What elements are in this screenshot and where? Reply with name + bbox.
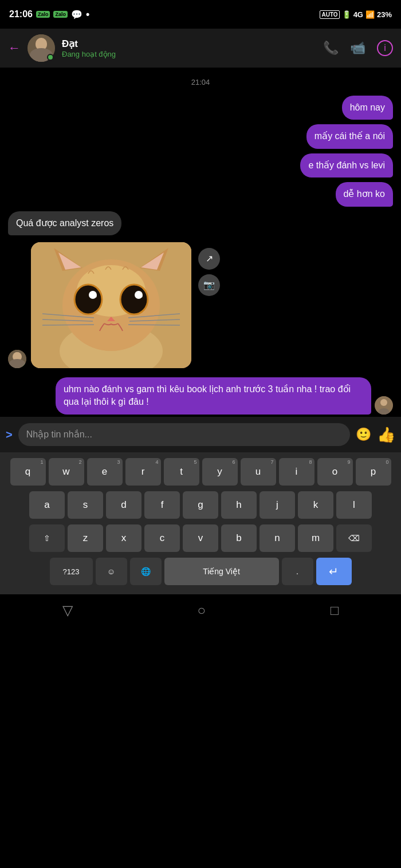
key-n[interactable]: n: [260, 524, 295, 552]
key-y[interactable]: 6y: [202, 458, 238, 486]
contact-avatar: [27, 34, 55, 62]
zalo-icon-2: Zalo: [53, 11, 68, 18]
keyboard-row-3: ⇧ z x c v b n m ⌫: [3, 524, 398, 552]
contact-info: Đạt Đang hoạt động: [62, 38, 316, 58]
key-c[interactable]: c: [144, 524, 180, 552]
status-time: 21:06: [9, 9, 33, 19]
keyboard: 1q 2w 3e 4r 5t 6y 7u 8i 9o 0p a s d f g …: [0, 452, 401, 594]
svg-point-4: [42, 41, 45, 44]
key-l[interactable]: l: [336, 491, 372, 519]
key-a[interactable]: a: [29, 491, 65, 519]
navigation-bar: ▽ ○ □: [0, 594, 401, 626]
small-online-dot: [21, 363, 26, 368]
key-h[interactable]: h: [221, 491, 257, 519]
key-hint: 2: [78, 459, 81, 465]
key-u[interactable]: 7u: [241, 458, 276, 486]
image-message-container: ↗ 📷: [31, 242, 191, 368]
expand-button[interactable]: >: [6, 428, 13, 441]
key-backspace[interactable]: ⌫: [336, 524, 372, 552]
key-s[interactable]: s: [68, 491, 103, 519]
image-message-row: ↗ 📷: [8, 242, 393, 368]
svg-point-6: [13, 352, 21, 360]
sender-avatar-small: [8, 350, 26, 368]
key-w[interactable]: 2w: [49, 458, 84, 486]
battery-icon: 🔋: [342, 10, 351, 19]
emoji-button[interactable]: 🙂: [356, 427, 371, 442]
status-bar: 21:06 Zalo Zalo 💬 • AUTO 🔋 4G 📶 23%: [0, 0, 401, 29]
svg-point-8: [15, 354, 17, 356]
online-indicator: [47, 54, 54, 61]
key-period[interactable]: .: [282, 558, 313, 585]
key-i[interactable]: 8i: [279, 458, 314, 486]
keyboard-row-2: a s d f g h j k l: [3, 491, 398, 519]
key-v[interactable]: v: [183, 524, 218, 552]
message-bubble: e thấy đánh vs levi: [300, 153, 393, 177]
like-button[interactable]: 👍: [377, 426, 395, 444]
key-m[interactable]: m: [298, 524, 333, 552]
key-t[interactable]: 5t: [164, 458, 199, 486]
key-p[interactable]: 0p: [356, 458, 391, 486]
key-globe[interactable]: 🌐: [130, 558, 162, 585]
key-hint: 4: [155, 459, 158, 465]
key-hint: 6: [232, 459, 235, 465]
message-bubble: hôm nay: [342, 96, 393, 120]
cat-meme-image[interactable]: [31, 242, 191, 368]
svg-line-32: [128, 325, 180, 325]
message-row: uhm nào đánh vs gam thì kêu book lịch an…: [8, 377, 393, 415]
svg-point-23: [139, 294, 143, 298]
key-enter[interactable]: ↵: [316, 558, 352, 585]
message-row: e thấy đánh vs levi: [8, 153, 393, 177]
key-f[interactable]: f: [144, 491, 180, 519]
key-k[interactable]: k: [298, 491, 333, 519]
image-actions: ↗ 📷: [198, 248, 220, 296]
camera-button[interactable]: 📷: [198, 274, 220, 296]
voice-call-icon[interactable]: 📞: [323, 41, 339, 56]
nav-back-icon[interactable]: ▽: [62, 602, 73, 618]
key-d[interactable]: d: [106, 491, 141, 519]
key-hint: 5: [194, 459, 196, 465]
key-r[interactable]: 4r: [125, 458, 161, 486]
key-g[interactable]: g: [183, 491, 218, 519]
keyboard-row-4: ?123 ☺ 🌐 Tiếng Việt . ↵: [3, 558, 398, 585]
message-input-area: > 🙂 👍: [0, 417, 401, 452]
message-bubble: mấy cái thế a nói: [306, 124, 393, 148]
key-hint: 9: [347, 459, 350, 465]
message-input[interactable]: [18, 423, 350, 446]
key-symbols[interactable]: ?123: [50, 558, 93, 585]
svg-point-9: [18, 354, 20, 356]
chat-area: 21:04 hôm nay mấy cái thế a nói e thấy đ…: [0, 68, 401, 417]
key-j[interactable]: j: [260, 491, 295, 519]
signal-4g: 4G: [353, 10, 363, 19]
contact-name: Đạt: [62, 38, 316, 50]
cat-face-svg: [31, 242, 191, 368]
message-bubble: Quá được analyst zeros: [8, 211, 121, 235]
svg-point-7: [11, 362, 23, 368]
key-e[interactable]: 3e: [87, 458, 123, 486]
info-icon[interactable]: i: [377, 40, 393, 56]
chat-timestamp: 21:04: [8, 78, 393, 86]
key-b[interactable]: b: [221, 524, 257, 552]
status-left: 21:06 Zalo Zalo 💬 •: [9, 9, 89, 21]
video-call-icon[interactable]: 📹: [350, 41, 365, 56]
chat-header: ← Đạt Đang hoạt động 📞 📹 i: [0, 29, 401, 68]
message-bubble: uhm nào đánh vs gam thì kêu book lịch an…: [56, 377, 371, 415]
auto-icon: AUTO: [320, 10, 339, 19]
back-button[interactable]: ←: [8, 41, 21, 56]
message-row: dễ hơn ko: [8, 182, 393, 206]
key-o[interactable]: 9o: [317, 458, 353, 486]
nav-recent-icon[interactable]: □: [331, 602, 339, 618]
key-language[interactable]: Tiếng Việt: [164, 558, 279, 585]
share-button[interactable]: ↗: [198, 248, 220, 270]
key-x[interactable]: x: [106, 524, 141, 552]
key-q[interactable]: 1q: [10, 458, 46, 486]
key-emoji[interactable]: ☺: [96, 558, 127, 585]
svg-point-34: [380, 399, 387, 406]
sent-avatar: [375, 396, 393, 415]
key-shift[interactable]: ⇧: [29, 524, 65, 552]
messenger-icon: 💬: [71, 9, 82, 20]
message-row: mấy cái thế a nói: [8, 124, 393, 148]
svg-point-22: [93, 294, 97, 298]
nav-home-icon[interactable]: ○: [197, 602, 206, 618]
status-right: AUTO 🔋 4G 📶 23%: [320, 10, 392, 19]
key-z[interactable]: z: [68, 524, 103, 552]
